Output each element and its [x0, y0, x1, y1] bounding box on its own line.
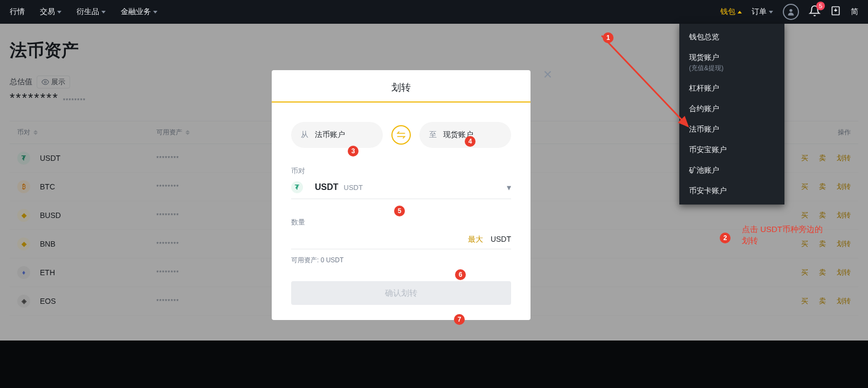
available-balance-text: 可用资产: 0 USDT — [291, 256, 511, 265]
download-icon — [830, 5, 841, 16]
annotation-badge-7: 7 — [454, 314, 465, 325]
transfer-modal: × 划转 从 法币账户 至 现货账户 币对 ₮ USDT USDT ▾ 数量 最… — [272, 70, 531, 320]
amount-field: 数量 最大 USDT 可用资产: 0 USDT — [272, 217, 531, 265]
chevron-down-icon: ▾ — [507, 182, 511, 193]
swap-accounts-button[interactable] — [391, 125, 411, 145]
wallet-menu-item-1[interactable]: 现货账户(充值&提现) — [679, 47, 784, 78]
annotation-badge-6: 6 — [455, 269, 466, 280]
nav-item-1[interactable]: 交易 — [40, 7, 61, 17]
from-account-select[interactable]: 从 法币账户 — [291, 122, 383, 148]
swap-icon — [396, 130, 406, 140]
coin-field: 币对 ₮ USDT USDT ▾ — [272, 166, 531, 199]
nav-item-2[interactable]: 衍生品 — [77, 7, 106, 17]
wallet-menu-item-3[interactable]: 合约账户 — [679, 99, 784, 119]
amount-label: 数量 — [291, 217, 511, 227]
nav-orders[interactable]: 订单 — [752, 7, 773, 17]
caret-down-icon — [769, 11, 773, 13]
notification-badge: 5 — [816, 2, 825, 10]
annotation-badge-2: 2 — [720, 233, 731, 243]
amount-unit: USDT — [491, 235, 511, 243]
coin-fullname: USDT — [344, 183, 363, 192]
coin-select[interactable]: ₮ USDT USDT ▾ — [291, 181, 511, 199]
wallet-menu-item-6[interactable]: 矿池账户 — [679, 160, 784, 181]
close-icon[interactable]: × — [543, 66, 552, 83]
coin-symbol: USDT — [315, 182, 339, 192]
wallet-menu-item-5[interactable]: 币安宝账户 — [679, 140, 784, 160]
nav-language[interactable]: 简 — [851, 7, 858, 17]
amount-input-row[interactable]: 最大 USDT — [291, 233, 511, 249]
top-nav: 行情交易衍生品金融业务 钱包 订单 5 简 — [0, 0, 868, 24]
svg-point-1 — [789, 9, 792, 12]
caret-down-icon — [153, 11, 157, 13]
nav-item-0[interactable]: 行情 — [10, 7, 25, 17]
transfer-accounts-row: 从 法币账户 至 现货账户 — [272, 122, 531, 148]
notifications-button[interactable]: 5 — [809, 5, 821, 19]
annotation-badge-5: 5 — [394, 206, 405, 216]
from-value: 法币账户 — [315, 130, 345, 140]
wallet-menu-item-2[interactable]: 杠杆账户 — [679, 78, 784, 99]
from-label: 从 — [301, 130, 308, 140]
wallet-menu-item-0[interactable]: 钱包总览 — [679, 27, 784, 47]
wallet-dropdown: 钱包总览现货账户(充值&提现)杠杆账户合约账户法币账户币安宝账户矿池账户币安卡账… — [679, 24, 784, 205]
max-button[interactable]: 最大 — [468, 235, 483, 244]
confirm-transfer-button[interactable]: 确认划转 — [291, 281, 511, 305]
wallet-menu-item-4[interactable]: 法币账户 — [679, 119, 784, 140]
coin-label: 币对 — [291, 166, 511, 176]
nav-wallet[interactable]: 钱包 — [720, 7, 742, 17]
annotation-badge-3: 3 — [348, 146, 359, 156]
user-account-button[interactable] — [783, 4, 799, 20]
caret-down-icon — [57, 11, 61, 13]
nav-item-3[interactable]: 金融业务 — [121, 7, 157, 17]
modal-title: 划转 — [272, 70, 531, 103]
annotation-badge-1: 1 — [603, 32, 614, 43]
tether-icon: ₮ — [291, 181, 303, 193]
download-button[interactable] — [830, 5, 841, 18]
annotation-text: 点击 USDT币种旁边的划转 — [742, 223, 828, 246]
to-label: 至 — [429, 130, 437, 140]
annotation-badge-4: 4 — [465, 136, 476, 147]
wallet-menu-item-7[interactable]: 币安卡账户 — [679, 181, 784, 201]
caret-down-icon — [101, 11, 106, 13]
caret-up-icon — [738, 11, 742, 13]
user-icon — [787, 8, 795, 16]
